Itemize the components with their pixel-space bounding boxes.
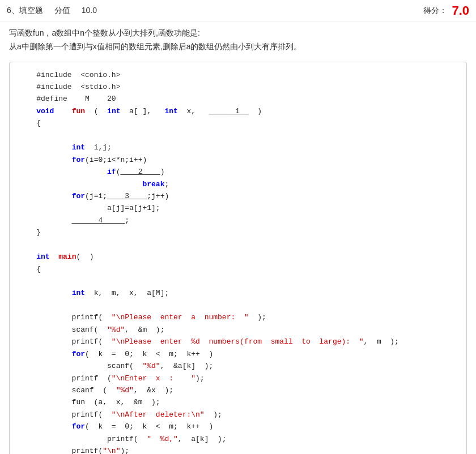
question-type: 6、填空题 xyxy=(7,6,43,16)
header-right: 得分： 7.0 xyxy=(423,3,469,18)
result-value: 7.0 xyxy=(452,3,469,18)
code-content: #include <conio.h> #include <stdio.h> #d… xyxy=(19,69,457,454)
score-value-display: 10.0 xyxy=(82,6,97,16)
result-label: 得分： xyxy=(423,6,447,16)
question-description: 写函数fun，a数组中n个整数从小到大排列,函数功能是: 从a中删除第一个遭到与… xyxy=(0,22,476,59)
description-line1: 写函数fun，a数组中n个整数从小到大排列,函数功能是: xyxy=(9,27,467,40)
header-left: 6、填空题 分值 10.0 xyxy=(7,6,97,16)
description-line2: 从a中删除第一个遭到与x值相同的数组元素,删除后a的数组仍然由小到大有序排列。 xyxy=(9,40,467,54)
question-header: 6、填空题 分值 10.0 得分： 7.0 xyxy=(0,0,476,22)
score-label: 分值 xyxy=(54,6,70,16)
code-block: #include <conio.h> #include <stdio.h> #d… xyxy=(9,62,467,454)
